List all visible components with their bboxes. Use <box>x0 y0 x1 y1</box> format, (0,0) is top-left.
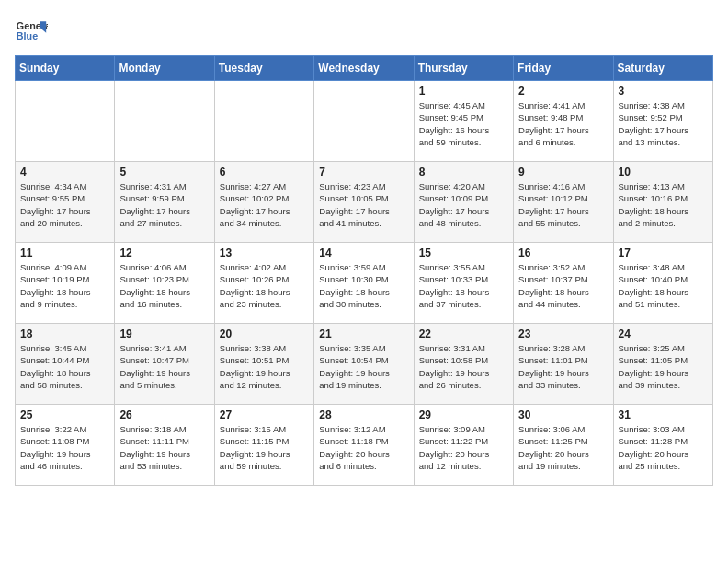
day-info: Sunrise: 3:38 AM Sunset: 10:51 PM Daylig… <box>220 342 309 391</box>
day-info: Sunrise: 4:16 AM Sunset: 10:12 PM Daylig… <box>518 180 608 229</box>
day-number: 27 <box>220 408 309 421</box>
column-header-monday: Monday <box>115 56 214 81</box>
day-info: Sunrise: 4:09 AM Sunset: 10:19 PM Daylig… <box>20 261 109 310</box>
day-number: 26 <box>119 408 209 421</box>
day-number: 25 <box>20 408 109 421</box>
day-number: 8 <box>419 166 508 178</box>
day-number: 20 <box>220 327 309 340</box>
calendar-cell: 6Sunrise: 4:27 AM Sunset: 10:02 PM Dayli… <box>214 162 313 243</box>
day-number: 22 <box>419 327 508 340</box>
day-number: 9 <box>518 166 608 178</box>
day-info: Sunrise: 4:34 AM Sunset: 9:55 PM Dayligh… <box>20 180 109 229</box>
calendar-cell: 17Sunrise: 3:48 AM Sunset: 10:40 PM Dayl… <box>613 243 712 324</box>
column-header-thursday: Thursday <box>414 56 513 81</box>
calendar-cell: 27Sunrise: 3:15 AM Sunset: 11:15 PM Dayl… <box>214 405 313 486</box>
calendar-week-2: 4Sunrise: 4:34 AM Sunset: 9:55 PM Daylig… <box>16 162 713 243</box>
day-number: 11 <box>20 247 109 259</box>
day-info: Sunrise: 3:18 AM Sunset: 11:11 PM Daylig… <box>119 423 209 472</box>
calendar-cell: 3Sunrise: 4:38 AM Sunset: 9:52 PM Daylig… <box>613 81 712 162</box>
logo-icon: General Blue <box>15 15 48 48</box>
day-info: Sunrise: 3:35 AM Sunset: 10:54 PM Daylig… <box>319 342 408 391</box>
day-info: Sunrise: 3:45 AM Sunset: 10:44 PM Daylig… <box>20 342 109 391</box>
day-info: Sunrise: 3:48 AM Sunset: 10:40 PM Daylig… <box>619 261 708 310</box>
calendar-cell: 15Sunrise: 3:55 AM Sunset: 10:33 PM Dayl… <box>414 243 513 324</box>
day-number: 10 <box>619 166 708 178</box>
calendar-cell: 4Sunrise: 4:34 AM Sunset: 9:55 PM Daylig… <box>16 162 115 243</box>
calendar-cell: 13Sunrise: 4:02 AM Sunset: 10:26 PM Dayl… <box>214 243 313 324</box>
day-info: Sunrise: 3:03 AM Sunset: 11:28 PM Daylig… <box>619 423 708 472</box>
day-number: 29 <box>419 408 508 421</box>
page-header: General Blue <box>15 15 713 48</box>
calendar-cell: 24Sunrise: 3:25 AM Sunset: 11:05 PM Dayl… <box>613 324 712 405</box>
day-number: 12 <box>119 247 209 259</box>
calendar-cell: 10Sunrise: 4:13 AM Sunset: 10:16 PM Dayl… <box>613 162 712 243</box>
day-info: Sunrise: 4:13 AM Sunset: 10:16 PM Daylig… <box>619 180 708 229</box>
day-number: 30 <box>518 408 608 421</box>
day-number: 6 <box>220 166 309 178</box>
column-header-wednesday: Wednesday <box>314 56 414 81</box>
calendar-cell: 30Sunrise: 3:06 AM Sunset: 11:25 PM Dayl… <box>514 405 613 486</box>
calendar-cell: 19Sunrise: 3:41 AM Sunset: 10:47 PM Dayl… <box>115 324 214 405</box>
day-number: 16 <box>518 247 608 259</box>
day-info: Sunrise: 4:02 AM Sunset: 10:26 PM Daylig… <box>220 261 309 310</box>
day-info: Sunrise: 3:41 AM Sunset: 10:47 PM Daylig… <box>119 342 209 391</box>
day-info: Sunrise: 3:12 AM Sunset: 11:18 PM Daylig… <box>319 423 408 472</box>
day-info: Sunrise: 3:22 AM Sunset: 11:08 PM Daylig… <box>20 423 109 472</box>
day-info: Sunrise: 3:15 AM Sunset: 11:15 PM Daylig… <box>220 423 309 472</box>
calendar-week-3: 11Sunrise: 4:09 AM Sunset: 10:19 PM Dayl… <box>16 243 713 324</box>
day-number: 19 <box>119 327 209 340</box>
calendar-cell: 22Sunrise: 3:31 AM Sunset: 10:58 PM Dayl… <box>414 324 513 405</box>
day-number: 18 <box>20 327 109 340</box>
day-number: 28 <box>319 408 408 421</box>
column-header-tuesday: Tuesday <box>214 56 313 81</box>
day-number: 24 <box>619 327 708 340</box>
calendar-cell: 14Sunrise: 3:59 AM Sunset: 10:30 PM Dayl… <box>314 243 414 324</box>
day-info: Sunrise: 4:31 AM Sunset: 9:59 PM Dayligh… <box>119 180 209 229</box>
calendar-cell: 26Sunrise: 3:18 AM Sunset: 11:11 PM Dayl… <box>115 405 214 486</box>
day-number: 13 <box>220 247 309 259</box>
calendar-cell: 31Sunrise: 3:03 AM Sunset: 11:28 PM Dayl… <box>613 405 712 486</box>
day-info: Sunrise: 4:45 AM Sunset: 9:45 PM Dayligh… <box>419 99 508 148</box>
day-number: 1 <box>419 85 508 98</box>
svg-text:Blue: Blue <box>17 30 38 41</box>
calendar-week-4: 18Sunrise: 3:45 AM Sunset: 10:44 PM Dayl… <box>16 324 713 405</box>
day-number: 31 <box>619 408 708 421</box>
day-number: 3 <box>619 85 708 98</box>
day-info: Sunrise: 4:06 AM Sunset: 10:23 PM Daylig… <box>119 261 209 310</box>
calendar-cell: 7Sunrise: 4:23 AM Sunset: 10:05 PM Dayli… <box>314 162 414 243</box>
day-info: Sunrise: 4:23 AM Sunset: 10:05 PM Daylig… <box>319 180 408 229</box>
calendar-cell <box>115 81 214 162</box>
day-number: 23 <box>518 327 608 340</box>
calendar-cell <box>214 81 313 162</box>
calendar-cell: 5Sunrise: 4:31 AM Sunset: 9:59 PM Daylig… <box>115 162 214 243</box>
calendar-cell: 12Sunrise: 4:06 AM Sunset: 10:23 PM Dayl… <box>115 243 214 324</box>
column-header-saturday: Saturday <box>613 56 712 81</box>
header-row: SundayMondayTuesdayWednesdayThursdayFrid… <box>16 56 713 81</box>
calendar-week-5: 25Sunrise: 3:22 AM Sunset: 11:08 PM Dayl… <box>16 405 713 486</box>
calendar-cell: 25Sunrise: 3:22 AM Sunset: 11:08 PM Dayl… <box>16 405 115 486</box>
day-info: Sunrise: 3:28 AM Sunset: 11:01 PM Daylig… <box>518 342 608 391</box>
calendar-cell: 21Sunrise: 3:35 AM Sunset: 10:54 PM Dayl… <box>314 324 414 405</box>
calendar-cell: 16Sunrise: 3:52 AM Sunset: 10:37 PM Dayl… <box>514 243 613 324</box>
day-number: 14 <box>319 247 408 259</box>
calendar-cell: 9Sunrise: 4:16 AM Sunset: 10:12 PM Dayli… <box>514 162 613 243</box>
column-header-friday: Friday <box>514 56 613 81</box>
calendar-cell: 29Sunrise: 3:09 AM Sunset: 11:22 PM Dayl… <box>414 405 513 486</box>
column-header-sunday: Sunday <box>16 56 115 81</box>
day-number: 15 <box>419 247 508 259</box>
logo: General Blue <box>15 15 48 48</box>
day-info: Sunrise: 3:59 AM Sunset: 10:30 PM Daylig… <box>319 261 408 310</box>
calendar-cell: 28Sunrise: 3:12 AM Sunset: 11:18 PM Dayl… <box>314 405 414 486</box>
day-info: Sunrise: 4:27 AM Sunset: 10:02 PM Daylig… <box>220 180 309 229</box>
day-number: 17 <box>619 247 708 259</box>
calendar-table: SundayMondayTuesdayWednesdayThursdayFrid… <box>15 55 713 486</box>
calendar-cell: 1Sunrise: 4:45 AM Sunset: 9:45 PM Daylig… <box>414 81 513 162</box>
day-info: Sunrise: 4:41 AM Sunset: 9:48 PM Dayligh… <box>518 99 608 148</box>
day-number: 5 <box>119 166 209 178</box>
day-info: Sunrise: 4:20 AM Sunset: 10:09 PM Daylig… <box>419 180 508 229</box>
calendar-cell: 8Sunrise: 4:20 AM Sunset: 10:09 PM Dayli… <box>414 162 513 243</box>
calendar-cell <box>314 81 414 162</box>
calendar-cell: 20Sunrise: 3:38 AM Sunset: 10:51 PM Dayl… <box>214 324 313 405</box>
day-info: Sunrise: 3:25 AM Sunset: 11:05 PM Daylig… <box>619 342 708 391</box>
day-info: Sunrise: 4:38 AM Sunset: 9:52 PM Dayligh… <box>619 99 708 148</box>
